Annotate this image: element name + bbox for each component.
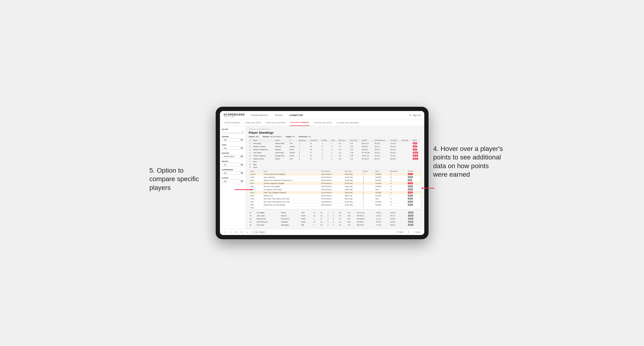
share-icon: ↗ [414,231,415,233]
tablet-screen: SCOREBOARD Powered by clippi TOURNAMENTS… [220,111,424,235]
arrow-left-icon [234,186,252,193]
cell-rank: 6 [249,157,252,160]
nav-tournaments[interactable]: TOURNAMENTS [250,114,269,116]
view-original-btn[interactable]: ⊙ View: Original [251,230,266,234]
table-row: 6 Jackson Koivun Auburn First 2 27 2 0 -… [249,157,422,160]
division-select[interactable]: NCAA Division I [222,155,244,158]
cell-no-rds: 2 [321,157,330,160]
year-label: Year [222,144,244,146]
sub-table-row: Phich Southern Highlands Collegiate NCAA… [250,182,421,185]
filter-division-label: Division: [263,136,270,138]
subnav-player-h2h-heatmap[interactable]: PLAYER H2H HEATMAP [336,120,360,126]
cell-avg-sg: 547-142-38 [361,151,374,154]
cell-school: Stanford [274,148,289,151]
subnav-h2h-heatmap[interactable]: TEAM H2H HEATMAP [265,120,286,126]
cell-wins: 2 [330,154,337,157]
clock-btn[interactable]: ◷ [245,231,249,234]
sub-table-row: David Williams Cup NCAA Division I Match… [250,194,421,197]
copy-btn[interactable]: ⧉ [240,231,243,234]
year-select[interactable]: (All) [222,147,244,150]
cell-vs25: 35-16-4 [389,145,400,148]
settings-btn[interactable]: ⚙ [234,231,238,234]
arrow-right-icon [422,185,436,192]
th-avg-to-par: Avg to Par [349,139,361,142]
division-label: Division [222,152,244,154]
cell-points[interactable]: 70.2 [412,148,422,151]
svg-marker-3 [251,188,252,191]
cell-points[interactable]: 58.18 [412,157,422,160]
th-player: Player [252,139,274,142]
cell-points[interactable]: 68.54 [412,151,422,154]
conference-select[interactable]: (All) [222,171,244,175]
share-btn[interactable]: ↗ Share [412,231,422,234]
cell-player: Michael Thorbjornsen [252,148,274,151]
filter-row: Gender: Men Division: NCAA Division I Re… [249,136,422,138]
table-row: 7Nichi [249,160,422,163]
sub-table-row: Mattt Mirabel Maui Jim Intercollegiate N… [250,203,421,206]
settings-icon[interactable]: ⚙ [409,114,411,116]
cell-yr: Second [289,151,298,154]
cell-player: Michael La Sasso [252,145,274,148]
nav-committee[interactable]: COMMITTEE [288,114,304,116]
th-overall: Overall Record [374,139,390,142]
range-track[interactable] [222,133,244,134]
cell-reg-rank: 1 [298,142,309,145]
cell-avg-to-par: 3.07 [349,142,361,145]
expanded-row: PlayerEventEvent DivisionEvent TypeRound… [249,169,422,211]
nav-teams[interactable]: TEAMS [274,114,284,116]
subnav-player-summary[interactable]: PLAYER SUMMARY [290,120,310,126]
nav-right: ⚙ Sign out [409,114,420,116]
standings-table: # Player School Yr Reg Rank Conf Rank No… [249,139,422,211]
player-select[interactable]: (All) [222,179,244,183]
cell-rank: 1 [249,142,252,145]
update-time: Update time: 27/01/2024 16:56:26 [249,129,422,130]
cell-no-rds: 0 [321,145,330,148]
cell-wins: 0 [330,148,337,151]
cell-no-rds: 0 [321,148,330,151]
th-vs50: Vs Top 50 [401,139,412,142]
watch-label: Watch [399,231,404,233]
cell-vs50 [401,157,412,160]
filter-region: Region: All [286,136,295,138]
subnav-player-h2h-grid[interactable]: PLAYER H2H GRID [314,120,332,126]
cell-points[interactable]: 76.2 [412,145,422,148]
region-label: Region [222,161,244,162]
logo-text: SCOREBOARD [224,113,245,116]
table-row: 3 Michael Thorbjornsen Stanford Fourth 1… [249,148,422,151]
th-rank: # [249,139,252,142]
gender-select[interactable]: Men [222,138,244,142]
undo-btn[interactable]: ↩ [223,231,226,234]
subnav-h2h-grid[interactable]: TEAM H2H GRID [244,120,261,126]
watch-btn[interactable]: 👁 Watch [396,231,405,233]
cell-reg-rank: 1 [298,145,309,148]
sign-out-link[interactable]: Sign out [412,114,420,116]
sidebar-gender: Gender Men [222,136,244,142]
download-btn[interactable]: ⬇ [407,231,410,234]
cell-rank: 4 [249,151,252,154]
cell-wins: 0 [330,157,337,160]
sidebar-division: Division NCAA Division I [222,152,244,158]
cell-school: Florida State [274,151,289,154]
cell-player: Luke Claton [252,151,274,154]
filter-division-value: NCAA Division I [270,136,282,138]
sidebar: No Rds. 4 52 Gender Men Y [220,126,246,229]
nav-items: TOURNAMENTS TEAMS COMMITTEE [250,114,410,116]
cell-player: Christo Lamprecht [252,154,274,157]
cell-points[interactable]: 60.49 [412,154,422,157]
th-yr: Yr [289,139,298,142]
region-select[interactable]: N/A [222,163,244,167]
annotation-left-text: 5. Option to compare specific players [150,167,199,191]
cell-points[interactable]: 68.2 [412,142,422,145]
cell-overall: 19-11-1 [374,145,390,148]
filter-region-value: All [293,136,295,138]
sidebar-player: Player (All) [222,177,244,183]
cell-no-rds: 2 [321,151,330,154]
th-conf-rank: Conf Rank [309,139,321,142]
cell-vs25: 23-22-0 [389,148,400,151]
redo-btn[interactable]: ↪ [228,231,232,234]
cell-vs25: 65-54-6 [389,151,400,154]
sub-table-row: Jake I The Cypress Point Classic NCAA Di… [250,188,421,191]
cell-overall: 29-15-0 [374,142,390,145]
cell-adj-score: -2.7 [338,145,349,148]
subnav-team-summary[interactable]: TEAM SUMMARY [224,120,241,126]
